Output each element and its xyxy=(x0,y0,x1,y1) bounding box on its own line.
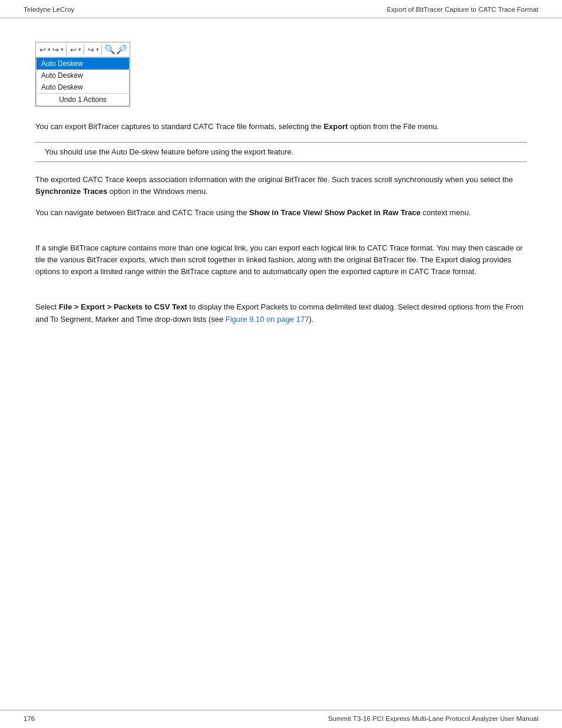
footer-page-number: 176 xyxy=(24,715,35,722)
dropdown-item-1[interactable]: Auto Deskew xyxy=(37,58,129,70)
undo-actions-label: Undo 1 Actions xyxy=(37,93,129,106)
redo-button[interactable]: ↪ xyxy=(51,45,60,55)
undo2-dropdown-arrow[interactable]: ▾ xyxy=(78,47,81,52)
toolbar-separator-1 xyxy=(66,44,67,55)
note-text: You should use the Auto De-skew feature … xyxy=(45,147,293,156)
navigate-bold: Show in Trace View/ Show Packet in Raw T… xyxy=(249,208,421,217)
toolbar-buttons-row: ↩ ▾ ↪ ▾ ↩ ▾ ↪ ▾ 🔍 🔎 xyxy=(36,42,130,57)
dropdown-item-3[interactable]: Auto Deskew xyxy=(37,81,129,93)
spacer-1 xyxy=(35,228,527,242)
main-content: ↩ ▾ ↪ ▾ ↩ ▾ ↪ ▾ 🔍 🔎 Auto Deskew xyxy=(0,18,562,710)
navigate-text: You can navigate between BitTrace and CA… xyxy=(35,208,249,217)
sync-info-text: The exported CATC Trace keeps associatio… xyxy=(35,175,513,184)
sync-end: option in the Windows menu. xyxy=(107,187,208,196)
export-intro-end: option from the File menu. xyxy=(348,122,439,131)
redo2-dropdown-arrow[interactable]: ▾ xyxy=(96,47,99,52)
sync-info-paragraph: The exported CATC Trace keeps associatio… xyxy=(35,174,527,197)
undo2-button[interactable]: ↩ xyxy=(69,45,78,55)
undo-button[interactable]: ↩ xyxy=(38,45,47,55)
zoom-out-icon[interactable]: 🔎 xyxy=(116,44,127,55)
redo2-button[interactable]: ↪ xyxy=(87,45,95,55)
redo-dropdown-arrow[interactable]: ▾ xyxy=(61,47,64,52)
page: Teledyne LeCroy Export of BitTracer Capt… xyxy=(0,0,562,728)
header-title: Export of BitTracer Capture to CATC Trac… xyxy=(386,6,538,13)
export-bold: Export xyxy=(323,122,348,131)
toolbar-separator-3 xyxy=(101,44,102,55)
csv-intro: Select xyxy=(35,302,59,311)
footer-manual-title: Summit T3-16 PCI Express Multi-Lane Prot… xyxy=(328,715,538,722)
zoom-in-icon[interactable]: 🔍 xyxy=(104,44,115,55)
navigate-end: context menu. xyxy=(421,208,471,217)
spacer-2 xyxy=(35,287,527,301)
csv-link[interactable]: Figure 9.10 on page 177 xyxy=(226,315,309,324)
csv-end: ). xyxy=(309,315,313,324)
csv-paragraph: Select File > Export > Packets to CSV Te… xyxy=(35,301,527,325)
header-company: Teledyne LeCroy xyxy=(24,6,74,13)
export-intro-paragraph: You can export BitTracer captures to sta… xyxy=(35,121,527,133)
toolbar-separator-2 xyxy=(84,44,84,55)
toolbar-mock: ↩ ▾ ↪ ▾ ↩ ▾ ↪ ▾ 🔍 🔎 Auto Deskew xyxy=(35,42,130,107)
toolbar-figure: ↩ ▾ ↪ ▾ ↩ ▾ ↪ ▾ 🔍 🔎 Auto Deskew xyxy=(35,42,527,107)
logical-link-paragraph: If a single BitTrace capture contains mo… xyxy=(35,242,527,278)
dropdown-item-2[interactable]: Auto Deskew xyxy=(37,70,129,81)
csv-bold: File > Export > Packets to CSV Text xyxy=(59,302,187,311)
page-footer: 176 Summit T3-16 PCI Express Multi-Lane … xyxy=(0,710,562,728)
page-header: Teledyne LeCroy Export of BitTracer Capt… xyxy=(0,0,562,18)
navigate-paragraph: You can navigate between BitTrace and CA… xyxy=(35,207,527,219)
export-intro-text: You can export BitTracer captures to sta… xyxy=(35,122,323,131)
undo-dropdown-arrow[interactable]: ▾ xyxy=(48,47,51,52)
sync-bold: Synchronize Traces xyxy=(35,187,107,196)
note-box: You should use the Auto De-skew feature … xyxy=(35,142,527,162)
undo-dropdown-menu: Auto Deskew Auto Deskew Auto Deskew Undo… xyxy=(36,57,130,106)
